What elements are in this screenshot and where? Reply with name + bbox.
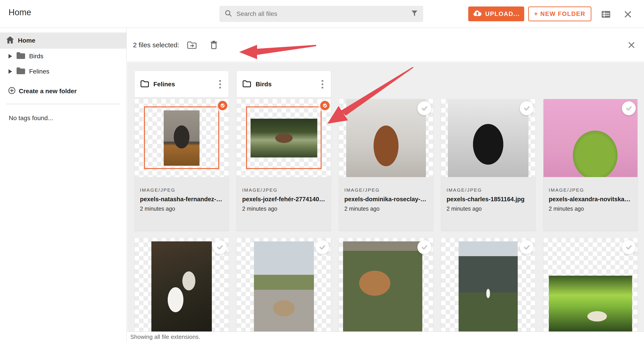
file-name: pexels-alexandra-novitskaya-2... bbox=[549, 196, 632, 203]
file-card[interactable] bbox=[441, 238, 535, 331]
upload-cloud-icon bbox=[473, 10, 482, 18]
search-bar[interactable] bbox=[220, 6, 423, 22]
unselected-check-badge[interactable] bbox=[520, 240, 534, 254]
file-type-label: IMAGE/JPEG bbox=[446, 187, 530, 193]
file-type-label: IMAGE/JPEG bbox=[344, 187, 428, 193]
new-folder-button[interactable]: + NEW FOLDER bbox=[528, 7, 592, 21]
sidebar: Home Birds Felines bbox=[0, 29, 127, 342]
file-meta: IMAGE/JPEG pexels-jozef-fehér-2774140.jp… bbox=[237, 177, 331, 231]
file-type-label: IMAGE/JPEG bbox=[140, 187, 223, 193]
thumbnail-area bbox=[134, 99, 228, 177]
thumbnail-area bbox=[339, 238, 433, 331]
no-tags-message: No tags found... bbox=[9, 115, 126, 122]
sidebar-divider bbox=[6, 104, 120, 104]
thumbnail-lambs-in-grass bbox=[549, 276, 632, 331]
sidebar-item-home[interactable]: Home bbox=[0, 33, 126, 49]
folder-icon bbox=[16, 52, 26, 61]
file-type-label: IMAGE/JPEG bbox=[242, 187, 325, 193]
folder-icon bbox=[242, 80, 251, 88]
folder-icon bbox=[140, 80, 149, 88]
thumbnail-brown-dachshund bbox=[346, 99, 426, 177]
file-card[interactable]: IMAGE/JPEG pexels-jozef-fehér-2774140.jp… bbox=[237, 99, 331, 231]
upload-button[interactable]: UPLOAD... bbox=[468, 7, 524, 21]
search-icon bbox=[224, 10, 232, 18]
selection-toolbar: 2 files selected: bbox=[127, 29, 644, 62]
search-input[interactable] bbox=[236, 10, 411, 18]
file-type-label: IMAGE/JPEG bbox=[549, 187, 632, 193]
folder-card-row: Felines Birds bbox=[134, 71, 638, 98]
selected-check-badge[interactable] bbox=[320, 101, 330, 110]
sidebar-item-felines[interactable]: Felines bbox=[0, 64, 126, 79]
home-icon bbox=[6, 36, 14, 45]
clear-selection-button[interactable] bbox=[626, 39, 637, 51]
filter-icon[interactable] bbox=[411, 10, 418, 18]
file-timestamp: 2 minutes ago bbox=[446, 205, 530, 212]
trash-icon[interactable] bbox=[208, 39, 220, 51]
status-text: Showing all file extensions. bbox=[130, 333, 200, 340]
caret-right-icon[interactable] bbox=[8, 69, 12, 74]
folder-icon bbox=[16, 67, 26, 76]
file-timestamp: 2 minutes ago bbox=[549, 205, 632, 212]
file-meta: IMAGE/JPEG pexels-natasha-fernandez-733.… bbox=[134, 177, 228, 231]
unselected-check-badge[interactable] bbox=[418, 240, 431, 254]
file-timestamp: 2 minutes ago bbox=[344, 205, 428, 212]
unselected-check-badge[interactable] bbox=[622, 240, 636, 254]
list-view-toggle[interactable] bbox=[600, 9, 611, 20]
file-card[interactable]: IMAGE/JPEG pexels-alexandra-novitskaya-2… bbox=[544, 99, 638, 231]
thumbnail-area bbox=[237, 99, 331, 177]
unselected-check-badge[interactable] bbox=[622, 101, 636, 115]
file-card[interactable] bbox=[339, 238, 433, 331]
file-browser-content: Felines Birds bbox=[127, 63, 644, 331]
create-folder-button[interactable]: Create a new folder bbox=[0, 85, 126, 98]
thumbnail-white-goat-mountain bbox=[458, 241, 518, 331]
thumbnail-area bbox=[544, 238, 638, 331]
file-card[interactable] bbox=[237, 238, 331, 331]
file-timestamp: 2 minutes ago bbox=[242, 205, 325, 212]
file-name: pexels-jozef-fehér-2774140.jpg bbox=[242, 196, 325, 203]
selection-count-text: 2 files selected: bbox=[133, 41, 179, 49]
file-grid: IMAGE/JPEG pexels-natasha-fernandez-733.… bbox=[134, 99, 638, 331]
unselected-check-badge[interactable] bbox=[520, 101, 534, 115]
move-to-folder-icon[interactable] bbox=[186, 39, 198, 51]
folder-card-birds[interactable]: Birds bbox=[237, 71, 331, 98]
thumbnail-area bbox=[237, 238, 331, 331]
file-timestamp: 2 minutes ago bbox=[140, 205, 223, 212]
kebab-menu-icon[interactable] bbox=[218, 78, 223, 90]
thumbnail-dog-with-party-hat bbox=[164, 111, 200, 166]
file-card[interactable]: IMAGE/JPEG pexels-dominika-roseclay-8952… bbox=[339, 99, 433, 231]
thumbnail-black-pug bbox=[448, 99, 528, 177]
sidebar-item-birds[interactable]: Birds bbox=[0, 49, 126, 64]
file-card[interactable]: IMAGE/JPEG pexels-charles-1851164.jpg 2 … bbox=[441, 99, 535, 231]
main-panel: 2 files selected: bbox=[127, 29, 644, 342]
page-title: Home bbox=[8, 8, 31, 17]
file-name: pexels-charles-1851164.jpg bbox=[446, 196, 530, 203]
file-card[interactable] bbox=[134, 238, 228, 331]
thumbnail-area bbox=[544, 99, 638, 177]
file-card[interactable] bbox=[544, 238, 638, 331]
thumbnail-dog-swimming-with-stick bbox=[250, 119, 317, 158]
plus-circle-icon bbox=[8, 87, 16, 96]
unselected-check-badge[interactable] bbox=[418, 101, 431, 115]
thumbnail-area bbox=[441, 238, 535, 331]
status-bar: Showing all file extensions. bbox=[127, 331, 644, 342]
file-meta: IMAGE/JPEG pexels-charles-1851164.jpg 2 … bbox=[441, 177, 535, 231]
file-name: pexels-dominika-roseclay-8952... bbox=[344, 196, 428, 203]
top-bar: Home UPLOAD... bbox=[0, 0, 644, 28]
thumbnail-area bbox=[339, 99, 433, 177]
thumbnail-area bbox=[134, 238, 228, 331]
close-icon[interactable] bbox=[622, 9, 633, 20]
thumbnail-geese-on-road bbox=[254, 241, 314, 331]
thumbnail-area bbox=[441, 99, 535, 177]
unselected-check-badge[interactable] bbox=[315, 240, 329, 254]
unselected-check-badge[interactable] bbox=[213, 240, 227, 254]
file-name: pexels-natasha-fernandez-733... bbox=[140, 196, 223, 203]
thumbnail-seagulls-on-railing bbox=[151, 241, 212, 331]
thumbnail-kangaroo-hand-feeding bbox=[343, 241, 422, 331]
file-card[interactable]: IMAGE/JPEG pexels-natasha-fernandez-733.… bbox=[134, 99, 228, 231]
selected-check-badge[interactable] bbox=[218, 101, 227, 110]
caret-right-icon[interactable] bbox=[8, 54, 12, 59]
file-meta: IMAGE/JPEG pexels-dominika-roseclay-8952… bbox=[339, 177, 433, 231]
file-meta: IMAGE/JPEG pexels-alexandra-novitskaya-2… bbox=[544, 177, 638, 231]
folder-card-felines[interactable]: Felines bbox=[134, 71, 228, 98]
kebab-menu-icon[interactable] bbox=[320, 78, 325, 90]
